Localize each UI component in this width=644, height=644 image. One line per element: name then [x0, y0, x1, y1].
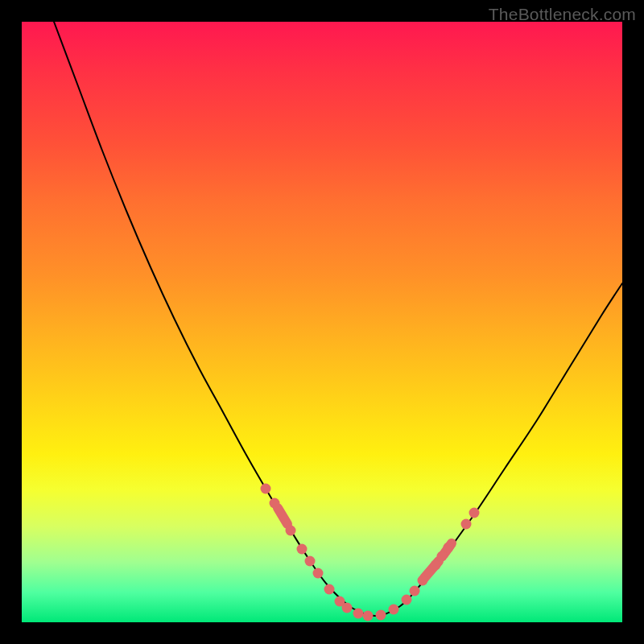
chart-frame — [22, 22, 622, 622]
chart-background-gradient — [22, 22, 622, 622]
